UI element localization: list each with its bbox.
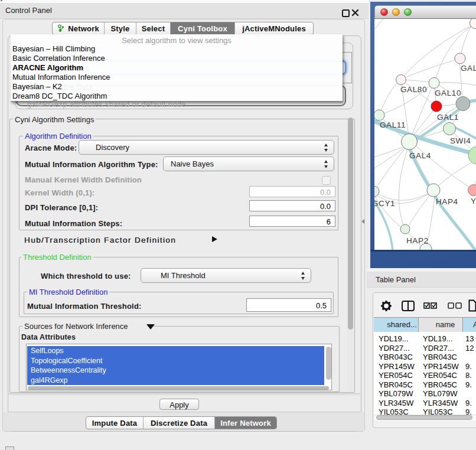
svg-text:HAP4: HAP4	[436, 197, 458, 206]
svg-text:HAP2: HAP2	[406, 236, 429, 245]
svg-text:GCY1: GCY1	[374, 199, 395, 208]
svg-text:GAL11: GAL11	[380, 120, 406, 129]
svg-text:SWI4: SWI4	[450, 136, 471, 145]
svg-text:GAL80: GAL80	[400, 85, 427, 94]
svg-text:GAL10: GAL10	[435, 89, 461, 97]
svg-text:YH: YH	[471, 197, 476, 206]
svg-text:GAL1: GAL1	[437, 113, 459, 122]
svg-text:GAL7: GAL7	[461, 64, 476, 73]
svg-text:GAL4: GAL4	[409, 151, 431, 160]
